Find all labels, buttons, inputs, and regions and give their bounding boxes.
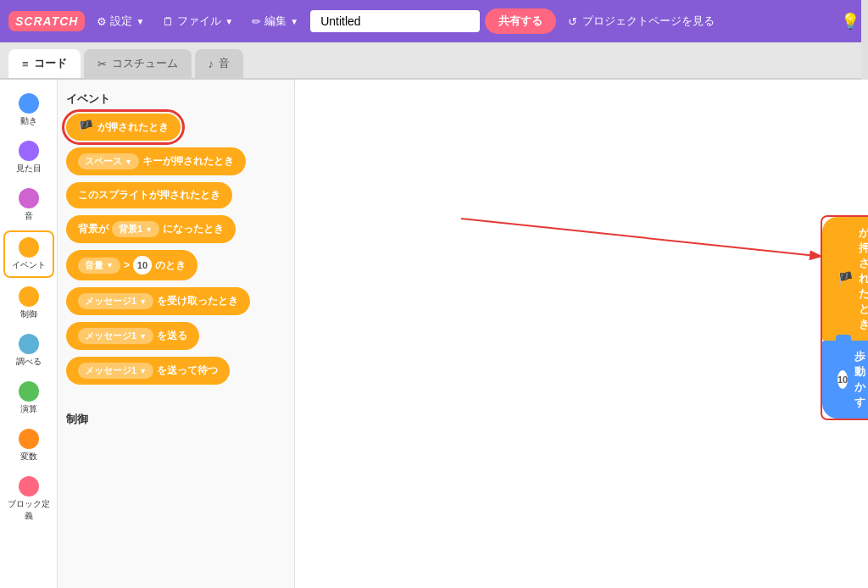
control-section-title: 制御 <box>66 412 286 427</box>
key-press-block[interactable]: スペース ▼ キーが押されたとき <box>66 147 246 175</box>
message-send-wait-block[interactable]: メッセージ1 ▼ を送って待つ <box>66 357 230 385</box>
main-area: 動き 見た目 音 イベント 制御 調べる 演算 変数 <box>0 80 868 588</box>
edit-menu[interactable]: ✏ 編集 ▼ <box>245 10 305 32</box>
tab-sound[interactable]: ♪ 音 <box>195 49 244 78</box>
category-myblocks[interactable]: ブロック定義 <box>3 471 54 527</box>
green-flag-block-wrapper: 🏴 が押されたとき <box>66 114 181 141</box>
chevron-down-icon: ▼ <box>225 17 233 26</box>
loudness-block[interactable]: 音量 ▼ > 10 のとき <box>66 250 198 280</box>
category-operators[interactable]: 演算 <box>3 376 54 420</box>
chevron-down-icon: ▼ <box>136 17 144 26</box>
sensing-dot <box>19 334 39 354</box>
message-receive-block[interactable]: メッセージ1 ▼ を受け取ったとき <box>66 287 250 315</box>
operators-dot <box>19 381 39 402</box>
file-icon: 🗒 <box>163 15 174 28</box>
message2-dropdown[interactable]: メッセージ1 ▼ <box>78 328 153 344</box>
tabbar: ≡ コード ✂ コスチューム ♪ 音 <box>0 42 868 80</box>
canvas-block-group: 🏴 が押されたとき 10 歩動かす <box>821 215 868 420</box>
category-control[interactable]: 制御 <box>3 281 54 325</box>
refresh-icon: ↺ <box>568 15 577 28</box>
category-variables[interactable]: 変数 <box>3 424 54 468</box>
events-dot <box>19 237 39 258</box>
sprite-click-block[interactable]: このスプライトが押されたとき <box>66 182 232 208</box>
project-name-input[interactable] <box>310 10 480 32</box>
events-section-title: イベント <box>66 92 286 107</box>
flag-icon: 🏴 <box>78 119 94 135</box>
gear-icon: ⚙ <box>97 15 107 28</box>
canvas-area[interactable]: 🏴 が押されたとき 10 歩動かす <box>295 80 868 588</box>
message-send-block[interactable]: メッセージ1 ▼ を送る <box>66 322 199 350</box>
category-looks[interactable]: 見た目 <box>3 136 54 180</box>
loudness-number[interactable]: 10 <box>133 256 152 275</box>
scratch-logo: SCRATCH <box>8 11 85 31</box>
tab-costume[interactable]: ✂ コスチューム <box>84 49 192 78</box>
category-sound[interactable]: 音 <box>3 183 54 227</box>
category-sidebar: 動き 見た目 音 イベント 制御 調べる 演算 変数 <box>0 80 58 588</box>
canvas-motion-block[interactable]: 10 歩動かす <box>822 341 868 419</box>
blocks-panel: イベント 🏴 が押されたとき スペース ▼ キーが押されたとき このスプライトが… <box>58 80 295 588</box>
loudness-dropdown[interactable]: 音量 ▼ <box>78 258 120 274</box>
variables-dot <box>19 429 39 449</box>
settings-menu[interactable]: ⚙ 設定 ▼ <box>90 10 151 32</box>
arrow-svg <box>295 80 868 588</box>
chevron-down-icon: ▼ <box>290 17 298 26</box>
key-dropdown[interactable]: スペース ▼ <box>78 153 139 169</box>
topbar: SCRATCH ⚙ 設定 ▼ 🗒 ファイル ▼ ✏ 編集 ▼ 共有する ↺ プロ… <box>0 0 868 42</box>
project-page-button[interactable]: ↺ プロジェクトページを見る <box>561 10 721 32</box>
message3-dropdown[interactable]: メッセージ1 ▼ <box>78 363 153 379</box>
canvas-hat-block[interactable]: 🏴 が押されたとき <box>822 217 868 341</box>
category-motion[interactable]: 動き <box>3 88 54 132</box>
costume-icon: ✂ <box>97 58 107 70</box>
sound-dot <box>19 188 39 208</box>
lightbulb-icon[interactable]: 💡 <box>841 12 860 31</box>
edit-icon: ✏ <box>252 15 261 28</box>
looks-dot <box>19 141 39 161</box>
canvas-motion-number[interactable]: 10 <box>837 370 848 389</box>
code-icon: ≡ <box>22 58 29 70</box>
backdrop-dropdown[interactable]: 背景1 ▼ <box>112 221 159 237</box>
sound-icon: ♪ <box>209 58 214 70</box>
share-button[interactable]: 共有する <box>485 8 556 34</box>
backdrop-block[interactable]: 背景が 背景1 ▼ になったとき <box>66 215 236 243</box>
tab-code[interactable]: ≡ コード <box>8 49 81 78</box>
category-sensing[interactable]: 調べる <box>3 329 54 373</box>
green-flag-block[interactable]: 🏴 が押されたとき <box>66 114 181 141</box>
canvas-flag-icon: 🏴 <box>837 271 854 286</box>
file-menu[interactable]: 🗒 ファイル ▼ <box>156 10 240 32</box>
control-dot <box>19 286 39 307</box>
category-events[interactable]: イベント <box>3 230 54 278</box>
message1-dropdown[interactable]: メッセージ1 ▼ <box>78 293 153 309</box>
motion-dot <box>19 93 39 114</box>
myblocks-dot <box>19 476 39 496</box>
svg-line-1 <box>461 219 816 256</box>
